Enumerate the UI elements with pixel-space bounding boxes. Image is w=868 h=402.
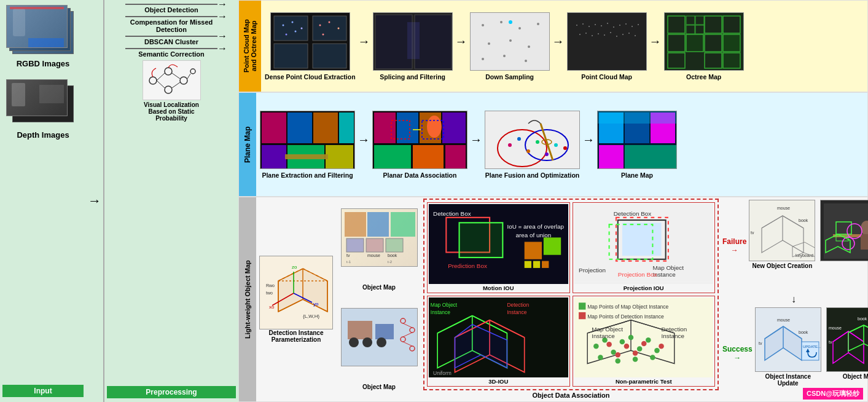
dashed-red-box: Detection Box Prediction Box IoU = area … xyxy=(423,199,719,390)
svg-point-57 xyxy=(610,32,611,33)
svg-point-39 xyxy=(509,20,512,24)
failure-label: Failure → xyxy=(722,237,746,254)
svg-rect-88 xyxy=(397,112,418,143)
svg-rect-26 xyxy=(415,15,452,69)
svg-point-19 xyxy=(294,30,296,32)
svg-rect-12 xyxy=(313,16,346,41)
svg-point-151 xyxy=(362,337,372,347)
svg-line-7 xyxy=(172,73,180,79)
svg-rect-149 xyxy=(375,324,394,339)
compensation-img xyxy=(125,16,217,17)
nonparam-img: Map Points of Map Object Instance Map Po… xyxy=(574,298,714,377)
svg-point-55 xyxy=(598,33,599,34)
svg-rect-13 xyxy=(274,44,308,68)
svg-rect-140 xyxy=(366,238,383,252)
down-arrow-result: ↓ xyxy=(722,294,865,305)
plane-extract-img xyxy=(260,111,355,169)
bottom-obj-map-left: tv mouse book t-1 t-2 Object Map xyxy=(336,197,422,401)
plane-extract-caption: Plane Extraction and Filtering xyxy=(262,171,353,179)
svg-point-152 xyxy=(377,337,386,347)
svg-text:UPDATE...: UPDATE... xyxy=(803,345,821,349)
svg-point-49 xyxy=(625,23,627,25)
svg-text:tv: tv xyxy=(759,341,762,345)
da-3d-iou: Map Object Instance Detection Instance xyxy=(427,296,570,387)
svg-text:xo: xo xyxy=(269,304,275,310)
arrow-semantic: → xyxy=(217,43,227,54)
svg-rect-87 xyxy=(374,112,396,143)
success-section: Success → xyxy=(722,307,865,399)
svg-point-213 xyxy=(646,337,651,342)
svg-rect-80 xyxy=(313,112,338,143)
svg-point-102 xyxy=(517,137,521,141)
svg-point-61 xyxy=(635,35,636,36)
svg-line-8 xyxy=(172,82,180,88)
svg-point-2 xyxy=(165,86,172,93)
da-proj-iou: Detection Box Projection xyxy=(573,202,716,293)
obj-map-top-caption: Object Map xyxy=(362,284,396,291)
svg-point-224 xyxy=(632,350,637,355)
planar-da-img xyxy=(372,111,467,169)
da-nonparam: Map Points of Map Object Instance Map Po… xyxy=(573,296,716,387)
svg-point-0 xyxy=(149,77,157,84)
octree-img xyxy=(664,12,744,71)
new-obj-creation-label: New Object Creation xyxy=(752,262,812,269)
svg-point-53 xyxy=(585,33,587,34)
svg-rect-83 xyxy=(326,145,353,169)
compensation-caption: Compensation for Missed Detection xyxy=(130,18,213,33)
svg-point-207 xyxy=(593,344,598,349)
plane-fusion-img xyxy=(485,111,580,169)
obj-map-top-fig: tv mouse book t-1 t-2 xyxy=(341,208,418,267)
svg-text:mouse: mouse xyxy=(777,318,790,322)
success-text: Success xyxy=(722,345,753,353)
svg-text:tv: tv xyxy=(751,231,754,235)
svg-text:t-1: t-1 xyxy=(346,260,351,264)
detection-param-caption: Detection Instance Parameterization xyxy=(269,329,324,343)
splice-img xyxy=(373,12,453,71)
svg-rect-171 xyxy=(542,261,549,268)
visual-loc-img xyxy=(143,60,201,100)
svg-text:yo: yo xyxy=(313,301,319,307)
svg-rect-85 xyxy=(285,154,328,159)
svg-point-30 xyxy=(500,21,502,23)
svg-point-221 xyxy=(641,341,646,346)
bottom-row-label-text: Light-weight Object Map xyxy=(244,260,251,339)
dense-pc-img xyxy=(270,12,350,71)
svg-text:Instance: Instance xyxy=(507,309,526,315)
svg-point-46 xyxy=(607,23,608,24)
obj-update-fig: mouse tv book UPDATE... xyxy=(755,307,821,372)
bottom-row-label: Light-weight Object Map xyxy=(239,197,256,401)
svg-text:book: book xyxy=(858,317,867,321)
detection-param-img: xo yo zo Rwo two {L,W,H} xyxy=(259,256,333,329)
svg-point-94 xyxy=(427,116,442,138)
svg-rect-176 xyxy=(622,223,661,256)
svg-point-211 xyxy=(628,335,633,340)
svg-text:Uniform: Uniform xyxy=(433,370,452,376)
svg-line-6 xyxy=(157,81,165,88)
svg-rect-114 xyxy=(599,145,624,169)
svg-rect-78 xyxy=(262,112,286,143)
semantic-img xyxy=(125,48,217,49)
svg-text:Map Points of Map Object Insta: Map Points of Map Object Instance xyxy=(587,304,668,310)
da-footer: Object Data Association xyxy=(423,390,719,400)
svg-rect-163 xyxy=(459,223,503,258)
svg-point-36 xyxy=(482,58,484,60)
svg-point-216 xyxy=(615,358,620,363)
svg-point-42 xyxy=(582,23,584,25)
bottom-inner: xo yo zo Rwo two {L,W,H} Detection Insta… xyxy=(256,197,867,401)
preproc-compensation: → Compensation for Missed Detection xyxy=(107,16,236,33)
svg-text:Detection Box: Detection Box xyxy=(433,210,471,217)
depth-image-group: Depth Images xyxy=(2,79,84,140)
svg-point-52 xyxy=(579,34,581,35)
svg-point-223 xyxy=(615,352,620,357)
svg-point-21 xyxy=(328,21,330,23)
svg-rect-79 xyxy=(287,112,312,143)
svg-rect-168 xyxy=(544,237,561,254)
preproc-dbscan: → DBSCAN Cluster xyxy=(107,36,236,45)
svg-point-45 xyxy=(601,25,602,26)
svg-point-17 xyxy=(300,27,302,29)
success-label: Success → xyxy=(722,345,753,362)
arrow-1: → xyxy=(358,34,370,49)
obj-creation-fig: mouse tv book keyboard xyxy=(749,200,815,261)
svg-point-23 xyxy=(322,33,324,35)
arrow-obj-detect: → xyxy=(217,0,227,10)
